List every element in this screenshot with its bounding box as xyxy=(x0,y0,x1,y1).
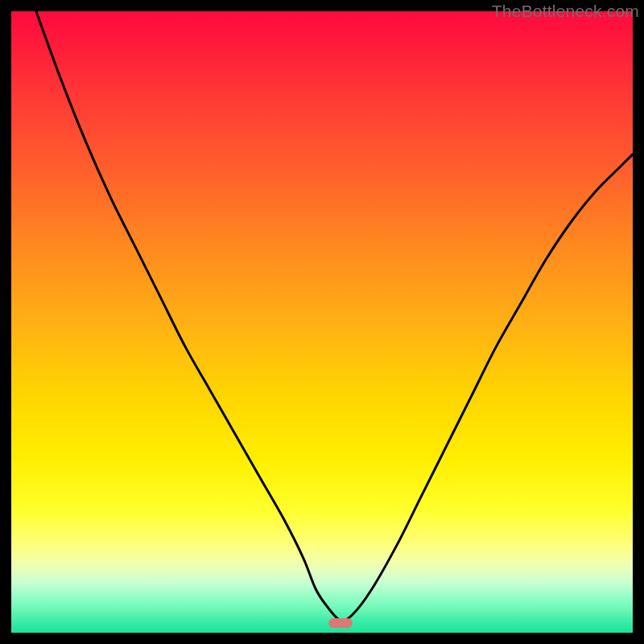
watermark-text: TheBottleneck.com xyxy=(492,2,639,21)
bottleneck-curve xyxy=(11,11,633,633)
optimum-marker xyxy=(328,618,353,628)
gradient-plot-area xyxy=(11,11,633,633)
curve-path xyxy=(36,11,633,621)
chart-frame: TheBottleneck.com xyxy=(0,0,644,644)
